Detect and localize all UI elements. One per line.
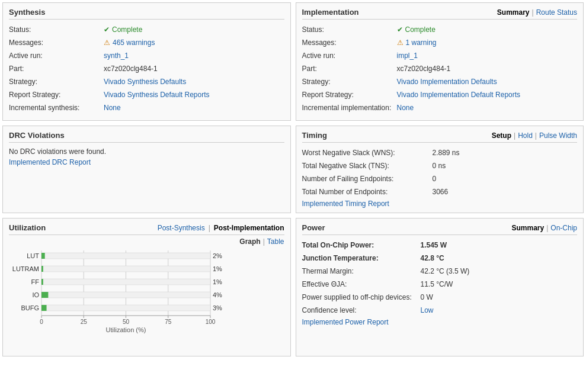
timing-wns-row: Worst Negative Slack (WNS): 2.889 ns xyxy=(302,147,578,158)
power-confidence-value[interactable]: Low xyxy=(421,305,578,316)
svg-text:BUFG: BUFG xyxy=(21,304,39,311)
impl-report-strategy-value[interactable]: Vivado Implementation Default Reports xyxy=(397,89,578,100)
power-thermal-value: 42.2 °C (3.5 W) xyxy=(421,266,578,277)
power-theta-label: Effective ΘJA: xyxy=(302,279,421,290)
svg-text:LUT: LUT xyxy=(27,252,39,259)
utilization-panel: Utilization Post-Synthesis | Post-Implem… xyxy=(2,218,291,356)
util-post-synthesis-tab[interactable]: Post-Synthesis xyxy=(158,224,205,232)
power-onchip-link[interactable]: On-Chip xyxy=(550,224,577,232)
impl-active-run-label: Active run: xyxy=(302,50,397,61)
synthesis-status-label: Status: xyxy=(9,24,104,35)
impl-strategy-value[interactable]: Vivado Implementation Defaults xyxy=(397,76,578,87)
timing-hold-link[interactable]: Hold xyxy=(518,131,533,140)
power-offchip-label: Power supplied to off-chip devices: xyxy=(302,292,421,303)
drc-report-link[interactable]: Implemented DRC Report xyxy=(9,158,91,166)
synthesis-status-row: Status: ✔Complete xyxy=(9,24,284,35)
impl-messages-row: Messages: ⚠1 warning xyxy=(302,37,578,48)
timing-failing-label: Number of Failing Endpoints: xyxy=(302,173,433,184)
utilization-tab-links: Post-Synthesis | Post-Implementation xyxy=(158,224,284,232)
svg-rect-11 xyxy=(41,266,43,272)
power-panel: Power Summary | On-Chip Total On-Chip Po… xyxy=(296,218,584,356)
impl-check-icon: ✔ xyxy=(397,25,403,34)
power-thermal-row: Thermal Margin: 42.2 °C (3.5 W) xyxy=(302,266,578,277)
timing-wns-value: 2.889 ns xyxy=(433,147,578,158)
implementation-header: Implementation Summary | Route Status xyxy=(302,8,578,20)
svg-text:1%: 1% xyxy=(213,278,222,285)
implementation-title: Implementation xyxy=(302,8,359,17)
timing-tns-row: Total Negative Slack (TNS): 0 ns xyxy=(302,160,578,171)
power-report-link[interactable]: Implemented Power Report xyxy=(302,318,578,326)
impl-strategy-label: Strategy: xyxy=(302,76,397,87)
power-total-value: 1.545 W xyxy=(421,240,578,250)
drc-header: DRC Violations xyxy=(9,131,284,143)
synthesis-active-run-value[interactable]: synth_1 xyxy=(104,50,284,61)
svg-rect-15 xyxy=(41,279,43,285)
impl-status-value: ✔Complete xyxy=(397,24,578,35)
power-header-links: Summary | On-Chip xyxy=(511,224,577,232)
timing-tns-label: Total Negative Slack (TNS): xyxy=(302,160,433,171)
svg-text:FF: FF xyxy=(31,278,40,285)
synthesis-messages-row: Messages: ⚠465 warnings xyxy=(9,37,284,48)
synthesis-part-value: xc7z020clg484-1 xyxy=(104,63,284,74)
impl-summary-link[interactable]: Summary xyxy=(497,8,530,17)
impl-messages-value: ⚠1 warning xyxy=(397,37,578,48)
bar-chart-svg: LUT2%LUTRAM1%FF1%IO4%BUFG3%0255075100Uti… xyxy=(9,250,246,351)
svg-text:0: 0 xyxy=(40,319,43,325)
power-junction-row: Junction Temperature: 42.8 °C xyxy=(302,253,578,264)
synthesis-part-row: Part: xc7z020clg484-1 xyxy=(9,63,284,74)
power-junction-value: 42.8 °C xyxy=(421,253,578,264)
timing-title: Timing xyxy=(302,131,327,140)
synthesis-report-strategy-value[interactable]: Vivado Synthesis Default Reports xyxy=(104,89,284,100)
timing-report-link[interactable]: Implemented Timing Report xyxy=(302,200,578,208)
timing-wns-label: Worst Negative Slack (WNS): xyxy=(302,147,433,158)
synthesis-inc-label: Incremental synthesis: xyxy=(9,102,104,113)
impl-report-strategy-label: Report Strategy: xyxy=(302,89,397,100)
svg-text:4%: 4% xyxy=(213,291,222,298)
svg-text:75: 75 xyxy=(165,319,172,325)
timing-tns-value: 0 ns xyxy=(433,160,578,171)
impl-active-run-value[interactable]: impl_1 xyxy=(397,50,578,61)
power-summary-link[interactable]: Summary xyxy=(511,224,544,232)
utilization-header: Utilization Post-Synthesis | Post-Implem… xyxy=(9,223,284,235)
impl-part-value: xc7z020clg484-1 xyxy=(397,63,578,74)
chart-content: LUT2%LUTRAM1%FF1%IO4%BUFG3%0255075100Uti… xyxy=(9,250,284,351)
warn-icon: ⚠ xyxy=(104,38,110,47)
synthesis-strategy-row: Strategy: Vivado Synthesis Defaults xyxy=(9,76,284,87)
synthesis-strategy-value[interactable]: Vivado Synthesis Defaults xyxy=(104,76,284,87)
svg-text:3%: 3% xyxy=(213,304,222,311)
synthesis-inc-row: Incremental synthesis: None xyxy=(9,102,284,113)
synthesis-status-value: ✔Complete xyxy=(104,24,284,35)
utilization-title: Utilization xyxy=(9,223,46,232)
timing-total-label: Total Number of Endpoints: xyxy=(302,187,433,197)
graph-tab[interactable]: Graph xyxy=(239,237,260,246)
impl-warn-icon: ⚠ xyxy=(397,38,404,47)
svg-rect-14 xyxy=(41,279,210,285)
svg-rect-18 xyxy=(41,292,210,298)
power-thermal-label: Thermal Margin: xyxy=(302,266,421,277)
power-title: Power xyxy=(302,223,325,232)
svg-text:25: 25 xyxy=(81,319,88,325)
svg-text:LUTRAM: LUTRAM xyxy=(12,265,39,272)
impl-status-row: Status: ✔Complete xyxy=(302,24,578,35)
timing-failing-value: 0 xyxy=(433,173,578,184)
svg-text:1%: 1% xyxy=(213,265,222,272)
timing-failing-row: Number of Failing Endpoints: 0 xyxy=(302,173,578,184)
svg-rect-23 xyxy=(41,305,47,311)
bar-rows-container: LUT2%LUTRAM1%FF1%IO4%BUFG3%0255075100Uti… xyxy=(9,250,284,351)
impl-route-status-link[interactable]: Route Status xyxy=(536,8,577,17)
impl-part-row: Part: xc7z020clg484-1 xyxy=(302,63,578,74)
timing-pulse-width-link[interactable]: Pulse Width xyxy=(539,131,577,140)
drc-message: No DRC violations were found. xyxy=(9,147,284,156)
impl-messages-label: Messages: xyxy=(302,37,397,48)
svg-rect-6 xyxy=(41,253,210,259)
table-tab[interactable]: Table xyxy=(267,237,284,246)
timing-setup-link[interactable]: Setup xyxy=(492,131,511,140)
power-junction-label: Junction Temperature: xyxy=(302,253,421,264)
synthesis-report-strategy-label: Report Strategy: xyxy=(9,89,104,100)
impl-part-label: Part: xyxy=(302,63,397,74)
synthesis-active-run-row: Active run: synth_1 xyxy=(9,50,284,61)
impl-inc-value[interactable]: None xyxy=(397,102,578,113)
power-header: Power Summary | On-Chip xyxy=(302,223,578,235)
synthesis-inc-value[interactable]: None xyxy=(104,102,284,113)
util-post-implementation-tab[interactable]: Post-Implementation xyxy=(214,224,284,232)
